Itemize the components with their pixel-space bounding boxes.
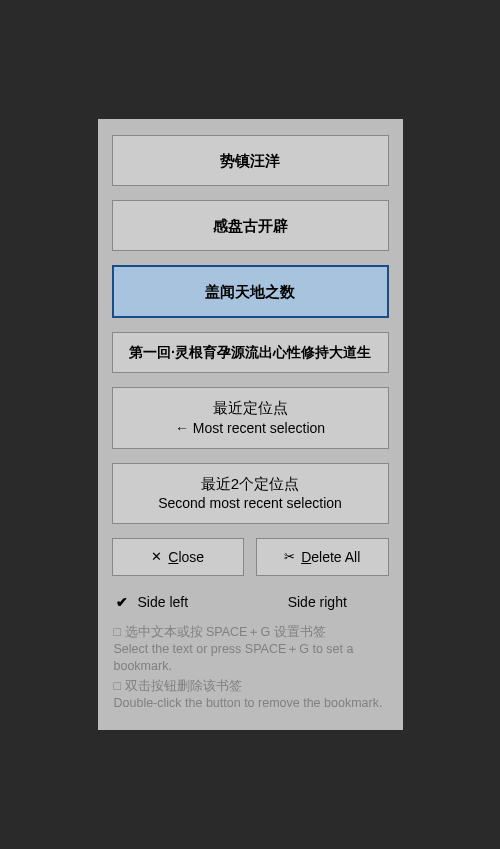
side-left-option[interactable]: ✔ Side left xyxy=(116,594,251,610)
bookmark-label: 盖闻天地之数 xyxy=(205,283,295,300)
delete-all-label: Delete All xyxy=(301,549,360,565)
recent-en-label: ← Most recent selection xyxy=(121,419,380,438)
close-button[interactable]: ✕ Close xyxy=(112,538,245,576)
recent-cn-label: 最近2个定位点 xyxy=(121,474,380,494)
recent-cn-label: 最近定位点 xyxy=(121,398,380,418)
side-left-label: Side left xyxy=(138,594,189,610)
recent-selection-1[interactable]: 最近定位点 ← Most recent selection xyxy=(112,387,389,448)
bookmark-label: 感盘古开辟 xyxy=(213,217,288,234)
side-right-label: Side right xyxy=(288,594,347,610)
arrow-left-icon: ← xyxy=(175,420,189,436)
bookmark-item-2[interactable]: 盖闻天地之数 xyxy=(112,265,389,318)
bookmark-item-1[interactable]: 感盘古开辟 xyxy=(112,200,389,251)
recent-selection-2[interactable]: 最近2个定位点 Second most recent selection xyxy=(112,463,389,524)
bookmark-label: 势镇汪洋 xyxy=(220,152,280,169)
delete-all-button[interactable]: ✂ Delete All xyxy=(256,538,389,576)
close-icon: ✕ xyxy=(151,549,162,564)
close-label: Close xyxy=(168,549,204,565)
hint-2: □ 双击按钮删除该书签 Double-click the button to r… xyxy=(112,678,389,712)
bookmark-item-3[interactable]: 第一回·灵根育孕源流出心性修持大道生 xyxy=(112,332,389,374)
check-icon: ✔ xyxy=(116,594,130,610)
side-option-row: ✔ Side left Side right xyxy=(112,594,389,610)
recent-en-label: Second most recent selection xyxy=(121,494,380,513)
action-button-row: ✕ Close ✂ Delete All xyxy=(112,538,389,576)
bookmark-label: 第一回·灵根育孕源流出心性修持大道生 xyxy=(129,344,371,360)
hint-1: □ 选中文本或按 SPACE＋G 设置书签 Select the text or… xyxy=(112,624,389,675)
scissors-icon: ✂ xyxy=(284,549,295,564)
bookmark-item-0[interactable]: 势镇汪洋 xyxy=(112,135,389,186)
side-right-option[interactable]: Side right xyxy=(250,594,385,610)
bookmark-panel: 势镇汪洋 感盘古开辟 盖闻天地之数 第一回·灵根育孕源流出心性修持大道生 最近定… xyxy=(98,119,403,730)
